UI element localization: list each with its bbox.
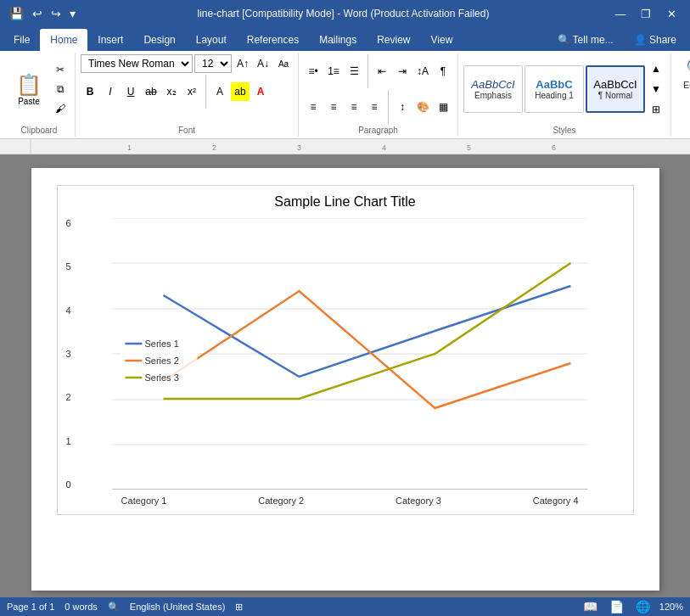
increase-indent-button[interactable]: ⇥ (393, 62, 412, 81)
styles-controls: AaBbCcI Emphasis AaBbC Heading 1 AaBbCcI… (463, 54, 665, 124)
minimize-button[interactable]: — (609, 2, 632, 25)
font-color-button[interactable]: A (251, 82, 270, 101)
share-button[interactable]: 👤 Share (624, 29, 687, 51)
clear-format-button[interactable]: Aa (274, 54, 293, 73)
highlight-button[interactable]: ab (231, 82, 250, 101)
paragraph-group: ≡• 1≡ ☰ ⇤ ⇥ ↕A ¶ ≡ ≡ ≡ ≡ ↕ 🎨 ▦ Paragraph (299, 53, 458, 137)
increase-font-button[interactable]: A↑ (233, 54, 252, 73)
superscript-button[interactable]: x² (182, 82, 201, 101)
styles-more-button[interactable]: ⊞ (647, 100, 665, 119)
maximize-button[interactable]: ❐ (634, 2, 658, 25)
legend-series3-label: Series 3 (144, 372, 178, 383)
paste-button[interactable]: 📋 Paste (8, 54, 49, 124)
font-size-select[interactable]: 12 (194, 54, 232, 73)
chart-body: 6 5 4 3 2 1 0 (66, 218, 625, 506)
font-family-select[interactable]: Times New Roman (81, 54, 193, 73)
tab-mailings[interactable]: Mailings (309, 29, 367, 51)
quick-access-toolbar: 💾 ↩ ↪ ▾ (7, 5, 78, 22)
show-formatting-button[interactable]: ¶ (434, 62, 452, 81)
editing-controls: 🔍 Editing (676, 54, 690, 93)
status-left: Page 1 of 1 0 words 🔍 English (United St… (7, 602, 243, 613)
italic-button[interactable]: I (101, 82, 120, 101)
bullets-button[interactable]: ≡• (304, 62, 323, 81)
style-emphasis-name: Emphasis (474, 91, 512, 100)
legend-series2-label: Series 2 (144, 356, 178, 366)
ribbon-panel: 📋 Paste ✂ ⧉ 🖌 Clipboard Times New Roman … (0, 51, 690, 139)
style-heading1[interactable]: AaBbC Heading 1 (525, 65, 584, 113)
editing-search-icon: 🔍 (686, 58, 690, 80)
font-divider (205, 75, 206, 109)
save-icon[interactable]: 💾 (7, 5, 26, 22)
decrease-indent-button[interactable]: ⇤ (373, 62, 391, 81)
svg-text:2: 2 (212, 143, 216, 152)
tab-file[interactable]: File (3, 29, 40, 51)
legend-series1-label: Series 1 (144, 339, 178, 349)
bold-button[interactable]: B (81, 82, 99, 101)
subscript-button[interactable]: x₂ (162, 82, 181, 101)
editing-group: 🔍 Editing (671, 53, 690, 137)
customize-quick-access-icon[interactable]: ▾ (67, 5, 78, 22)
copy-button[interactable]: ⧉ (51, 80, 70, 98)
clipboard-small-buttons: ✂ ⧉ 🖌 (51, 54, 70, 124)
tell-me-box[interactable]: 🔍 Tell me... (547, 29, 624, 51)
paragraph-controls: ≡• 1≡ ☰ ⇤ ⇥ ↕A ¶ ≡ ≡ ≡ ≡ ↕ 🎨 ▦ (304, 54, 452, 124)
clipboard-controls: 📋 Paste ✂ ⧉ 🖌 (8, 54, 70, 124)
series1-line (163, 286, 570, 377)
macro-icon: ⊞ (235, 602, 243, 613)
styles-up-button[interactable]: ▲ (647, 59, 665, 78)
tab-design[interactable]: Design (133, 29, 185, 51)
multilevel-list-button[interactable]: ☰ (345, 62, 363, 81)
style-normal[interactable]: AaBbCcI ¶ Normal (586, 65, 645, 113)
print-layout-button[interactable]: 📄 (607, 598, 626, 615)
style-emphasis[interactable]: AaBbCcI Emphasis (463, 65, 523, 113)
styles-down-button[interactable]: ▼ (647, 80, 665, 98)
y-label-2: 2 (66, 392, 71, 402)
tab-home[interactable]: Home (40, 29, 87, 51)
format-painter-button[interactable]: 🖌 (51, 99, 70, 118)
tab-view[interactable]: View (421, 29, 463, 51)
style-heading1-preview: AaBbC (536, 78, 572, 91)
sort-button[interactable]: ↕A (413, 62, 432, 81)
line-spacing-button[interactable]: ↕ (393, 98, 412, 116)
close-button[interactable]: ✕ (659, 2, 683, 25)
styles-label: Styles (463, 124, 665, 135)
paragraph-row-2: ≡ ≡ ≡ ≡ ↕ 🎨 ▦ (304, 90, 452, 124)
svg-text:4: 4 (382, 143, 386, 152)
underline-button[interactable]: U (121, 82, 140, 101)
tab-references[interactable]: References (237, 29, 309, 51)
borders-button[interactable]: ▦ (434, 98, 452, 116)
x-label-cat1: Category 1 (121, 496, 167, 506)
cut-button[interactable]: ✂ (51, 60, 70, 79)
paste-icon: 📋 (16, 73, 42, 97)
ribbon-tab-bar: File Home Insert Design Layout Reference… (0, 27, 690, 51)
read-mode-button[interactable]: 📖 (581, 598, 600, 615)
track-changes-icon: 🔍 (108, 602, 120, 613)
strikethrough-button[interactable]: ab (142, 82, 160, 101)
x-label-cat3: Category 3 (395, 496, 441, 506)
horizontal-ruler: 1 2 3 4 5 6 (0, 139, 690, 154)
align-right-button[interactable]: ≡ (345, 98, 363, 116)
justify-button[interactable]: ≡ (365, 98, 384, 116)
tab-layout[interactable]: Layout (186, 29, 237, 51)
para-divider2 (388, 90, 389, 124)
shading-button[interactable]: 🎨 (413, 98, 432, 116)
align-left-button[interactable]: ≡ (304, 98, 323, 116)
text-effects-button[interactable]: A (210, 82, 229, 101)
redo-icon[interactable]: ↪ (48, 5, 64, 22)
tab-review[interactable]: Review (367, 29, 420, 51)
x-label-cat2: Category 2 (258, 496, 304, 506)
tab-insert[interactable]: Insert (87, 29, 133, 51)
undo-icon[interactable]: ↩ (30, 5, 45, 22)
paste-label: Paste (18, 97, 40, 106)
chart-title: Sample Line Chart Title (66, 194, 625, 210)
align-center-button[interactable]: ≡ (324, 98, 343, 116)
chart-container: Sample Line Chart Title 6 5 4 3 2 1 0 (57, 185, 634, 515)
decrease-font-button[interactable]: A↓ (254, 54, 272, 73)
chart-svg: Series 1 Series 2 Series 3 (76, 218, 625, 490)
svg-rect-0 (0, 139, 690, 154)
web-layout-button[interactable]: 🌐 (633, 598, 653, 615)
numbering-button[interactable]: 1≡ (324, 62, 343, 81)
styles-group: AaBbCcI Emphasis AaBbC Heading 1 AaBbCcI… (458, 53, 671, 137)
word-count: 0 words (65, 602, 98, 612)
style-normal-preview: AaBbCcI (593, 78, 637, 91)
